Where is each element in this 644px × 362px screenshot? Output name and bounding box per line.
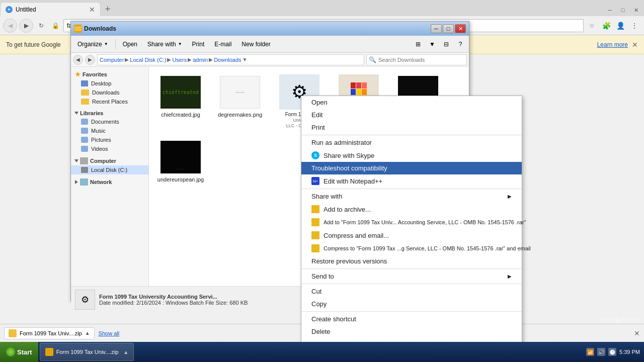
breadcrumb-users[interactable]: Users [172,57,187,63]
restore-window-button[interactable]: □ [443,24,454,33]
search-input[interactable] [378,57,464,63]
file-item-undereuropean[interactable]: ─ ─ undereuropean.jpg [153,136,208,186]
ctx-share-skype[interactable]: S Share with Skype [301,149,522,162]
browser-actions: 🧩 👤 ⋮ [600,19,641,32]
start-button[interactable]: Start [0,342,39,362]
browser-tab-active[interactable]: ● Untitled ✕ [0,2,101,16]
ctx-send-to[interactable]: Send to ▶ [301,270,522,283]
ctx-compress-to-rar[interactable]: Compress to "Form 1099 Tax ...g Service,… [301,242,522,255]
security-icon: 🔒 [49,20,61,32]
download-options-button[interactable]: ▲ [85,330,90,336]
email-button[interactable]: E-mail [210,38,236,51]
ctx-add-archive[interactable]: Add to archive... [301,203,522,216]
ctx-troubleshoot[interactable]: Troubleshoot compatibility [301,162,522,174]
back-button[interactable]: ◀ [3,19,17,33]
view-options-button[interactable]: ▼ [426,38,439,51]
computer-section: Computer Local Disk (C:) [71,155,148,174]
minimize-browser-button[interactable]: ─ [604,4,616,16]
breadcrumb-sep-5: ▼ [243,57,248,62]
tab-close-button[interactable]: ✕ [89,6,95,14]
breadcrumb-computer[interactable]: Computer [100,57,124,63]
print-button[interactable]: Print [188,38,209,51]
file-label-chiefcreated: chiefcreated.jpg [161,112,200,118]
ctx-create-shortcut[interactable]: Create shortcut [301,313,522,325]
forward-button[interactable]: ▶ [19,19,33,33]
local-disk-icon [81,167,88,173]
context-menu: Open Edit Print Run as administrator S S… [301,96,522,362]
sidebar-item-downloads[interactable]: Downloads [71,88,148,97]
file-item-chiefcreated[interactable]: chieftreated chiefcreated.jpg [153,71,208,132]
learn-more-link[interactable]: Learn more [597,41,628,48]
sidebar-item-documents[interactable]: Documents [71,117,148,126]
ctx-edit-notepad[interactable]: N+ Edit with Notepad++ [301,174,522,188]
explorer-folder-icon [74,25,82,33]
help-button[interactable]: ? [454,38,467,51]
sidebar-item-videos[interactable]: Videos [71,144,148,153]
ctx-add-to-rar[interactable]: Add to "Form 1099 Tax Univ... Accounting… [301,216,522,229]
taskbar: Start Form 1099 Tax Univ....zip ▲ 📶 🔊 🕐 … [0,342,644,362]
rar-icon [311,218,319,226]
computer-expand-icon [74,159,78,162]
sidebar-item-pictures[interactable]: Pictures [71,135,148,144]
profile-button[interactable]: 👤 [614,19,627,32]
explorer-search-box[interactable]: 🔍 [366,54,467,65]
tray-network-icon[interactable]: 📶 [586,348,594,356]
ctx-cut[interactable]: Cut [301,285,522,298]
network-label: Network [71,176,148,187]
ctx-edit[interactable]: Edit [301,109,522,121]
folder-icon [81,89,89,96]
file-label-degreemakes: degreemakes.png [218,112,262,118]
extensions-button[interactable]: 🧩 [600,19,613,32]
ctx-copy[interactable]: Copy [301,298,522,310]
close-window-button[interactable]: ✕ [455,24,466,33]
ctx-divider-5 [301,311,522,312]
refresh-button[interactable]: ↻ [35,20,47,32]
restore-browser-button[interactable]: □ [617,4,629,16]
share-with-button[interactable]: Share with ▼ [143,38,187,51]
ctx-compress-email[interactable]: Compress and email... [301,229,522,242]
view-toggle-button[interactable]: ⊞ [412,38,425,51]
file-item-degreemakes[interactable]: ─ ─ degreemakes.png [212,71,268,132]
layout-button[interactable]: ⊟ [440,38,453,51]
breadcrumb-sep-2: ▶ [167,57,171,62]
sidebar-item-recent-places[interactable]: Recent Places [71,97,148,106]
tray-volume-icon[interactable]: 🔊 [597,348,605,356]
ctx-delete[interactable]: Delete [301,325,522,338]
organize-arrow-icon: ▼ [104,42,108,46]
download-filename: Form 1099 Tax Univ....zip [20,330,82,336]
ctx-restore-versions[interactable]: Restore previous versions [301,255,522,267]
explorer-forward-button[interactable]: ▶ [85,55,95,65]
close-browser-button[interactable]: ✕ [630,4,642,16]
menu-button[interactable]: ⋮ [628,19,641,32]
taskbar-explorer-item[interactable]: Form 1099 Tax Univ....zip ▲ [40,343,134,361]
network-expand-icon [75,180,78,184]
notification-close-button[interactable]: ✕ [632,41,638,49]
computer-icon [80,157,88,164]
new-folder-button[interactable]: New folder [237,38,275,51]
ctx-run-as-admin[interactable]: Run as administrator [301,136,522,149]
show-all-downloads-button[interactable]: Show all [99,330,120,336]
open-button[interactable]: Open [118,38,142,51]
sidebar-item-local-disk[interactable]: Local Disk (C:) [71,165,148,174]
ctx-open[interactable]: Open [301,96,522,109]
status-file-thumbnail: ⚙ [75,290,95,310]
breadcrumb-localdisk[interactable]: Local Disk (C:) [130,57,166,63]
minimize-window-button[interactable]: ─ [431,24,442,33]
breadcrumb-admin[interactable]: admin [193,57,208,63]
ctx-share-with[interactable]: Share with ▶ [301,190,522,203]
download-bar-close-button[interactable]: ✕ [634,329,640,337]
sidebar-item-desktop[interactable]: Desktop [71,79,148,88]
explorer-sidebar: ★ Favorites Desktop Downloads Recent Pla… [71,67,149,286]
organize-button[interactable]: Organize ▼ [73,38,113,51]
sidebar-item-music[interactable]: Music [71,126,148,135]
breadcrumb[interactable]: Computer ▶ Local Disk (C:) ▶ Users ▶ adm… [97,54,364,65]
breadcrumb-downloads[interactable]: Downloads [214,57,241,63]
bookmark-icon[interactable]: ☆ [586,20,598,32]
send-to-submenu-arrow-icon: ▶ [508,274,512,279]
pictures-icon [81,137,88,143]
explorer-back-button[interactable]: ◀ [73,55,83,65]
share-with-submenu-arrow-icon: ▶ [508,194,512,199]
ctx-print[interactable]: Print [301,121,522,134]
new-tab-button[interactable]: + [101,2,115,16]
ctx-divider-4 [301,284,522,284]
